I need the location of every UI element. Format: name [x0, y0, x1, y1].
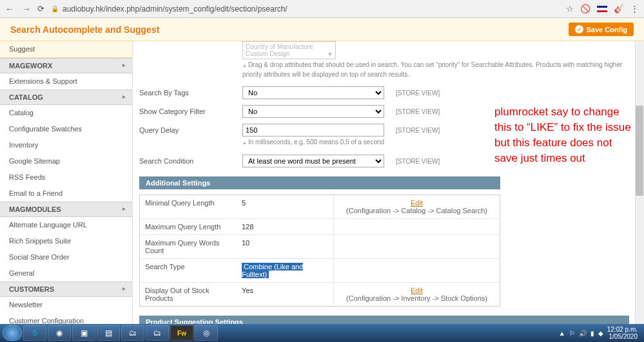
page-scrollbar[interactable] — [635, 41, 644, 324]
taskbar-fireworks-icon[interactable]: Fw — [170, 325, 193, 341]
field-label: Query Delay — [139, 126, 242, 134]
sidebar-item[interactable]: Customer Configuration — [0, 313, 132, 324]
edit-catalog-link[interactable]: Edit — [339, 199, 494, 207]
chevron-down-icon: ▼ — [327, 52, 333, 57]
clock-time: 12:02 p.m. — [607, 326, 638, 333]
save-config-button[interactable]: Save Config — [569, 23, 634, 36]
taskbar-skype-icon[interactable]: S — [23, 325, 46, 341]
clock-date: 1/05/2020 — [607, 333, 638, 340]
sidebar-item[interactable]: Google Sitemap — [0, 153, 132, 169]
search-type-value: Combine (Like and Fulltext) — [242, 263, 303, 278]
sidebar-item[interactable]: Configurable Swatches — [0, 121, 132, 137]
tray-chevron-icon[interactable]: ▲ — [559, 330, 565, 337]
windows-taskbar: S ◉ ▣ ▤ 🗂 🗂 Fw ◎ ▲ ⚐ 🔊 ▮ ◆ 12:02 p.m. 1/… — [0, 324, 644, 342]
category-filter-select[interactable]: No — [242, 105, 384, 118]
taskbar-app-icon[interactable]: ◎ — [195, 325, 218, 341]
delay-hint: In milliseconds, e.g. 500 means 0.5 of a… — [242, 137, 638, 149]
sidebar-item[interactable]: Newsletter — [0, 297, 132, 313]
sidebar-item[interactable]: Email to a Friend — [0, 185, 132, 202]
config-content: Country of Manufacture Custom Design ▼ D… — [133, 41, 644, 324]
field-label: Show Category Filter — [139, 108, 242, 115]
sidebar-group-head[interactable]: MAGMODULES — [0, 202, 132, 217]
block-icon[interactable]: 🚫 — [580, 4, 590, 14]
sidebar-item[interactable]: General — [0, 265, 132, 281]
scope-label: [STORE VIEW] — [396, 127, 440, 134]
url-text: audiobuy.hk/index.php/admin/system_confi… — [63, 5, 288, 14]
taskbar-app-icon[interactable]: ▤ — [97, 325, 120, 341]
menu-icon[interactable]: ⋮ — [630, 4, 639, 14]
star-icon[interactable]: ☆ — [566, 4, 574, 14]
guitar-icon[interactable]: 🎸 — [614, 4, 624, 14]
system-tray[interactable]: ▲ ⚐ 🔊 ▮ ◆ 12:02 p.m. 1/05/2020 — [559, 326, 641, 340]
sidebar-group-head[interactable]: MAGEWORX — [0, 58, 132, 73]
sidebar-item[interactable]: Inventory — [0, 137, 132, 153]
config-sidebar: Suggest MAGEWORXExtensions & SupportCATA… — [0, 41, 133, 324]
sidebar-group-head[interactable]: CUSTOMERS — [0, 281, 132, 297]
page-title: Search Autocomplete and Suggest — [10, 24, 159, 35]
back-icon[interactable]: ← — [5, 4, 14, 14]
tray-flag-icon[interactable]: ⚐ — [569, 330, 575, 337]
forward-icon[interactable]: → — [22, 4, 31, 14]
attributes-hint: Drag & drop attributes that should be us… — [242, 59, 638, 81]
taskbar-explorer-icon[interactable]: 🗂 — [146, 325, 169, 341]
address-bar[interactable]: 🔒 audiobuy.hk/index.php/admin/system_con… — [51, 5, 560, 14]
search-by-tags-select[interactable]: No — [242, 86, 384, 99]
reload-icon[interactable]: ⟳ — [37, 4, 44, 14]
taskbar-explorer-icon[interactable]: 🗂 — [121, 325, 144, 341]
page-header: Search Autocomplete and Suggest Save Con… — [0, 18, 644, 41]
sidebar-item[interactable]: RSS Feeds — [0, 169, 132, 185]
taskbar-app-icon[interactable]: ▣ — [72, 325, 95, 341]
scope-label: [STORE VIEW] — [396, 158, 440, 165]
taskbar-chrome-icon[interactable]: ◉ — [48, 325, 71, 341]
scope-label: [STORE VIEW] — [396, 90, 440, 97]
sidebar-item[interactable]: Suggest — [0, 41, 132, 58]
start-button[interactable] — [3, 325, 22, 341]
lock-icon: 🔒 — [51, 5, 59, 12]
tray-network-icon[interactable]: ▮ — [590, 330, 594, 337]
sidebar-group-head[interactable]: CATALOG — [0, 90, 132, 105]
tray-volume-icon[interactable]: 🔊 — [579, 330, 587, 337]
browser-chrome-bar: ← → ⟳ 🔒 audiobuy.hk/index.php/admin/syst… — [0, 0, 644, 18]
flag-icon[interactable] — [597, 6, 607, 12]
field-label: Search By Tags — [139, 89, 242, 97]
sidebar-item[interactable]: Extensions & Support — [0, 73, 132, 90]
product-suggestion-head[interactable]: Product Suggestion Settings — [139, 316, 629, 324]
attributes-dropdown[interactable]: Country of Manufacture Custom Design ▼ — [242, 41, 336, 59]
scope-label: [STORE VIEW] — [396, 108, 440, 115]
query-delay-input[interactable] — [242, 124, 384, 137]
sidebar-item[interactable]: Alternate Language URL — [0, 217, 132, 233]
additional-settings-table: Minimal Query Length5Edit(Configuration … — [139, 195, 500, 307]
sidebar-item[interactable]: Social Share Order — [0, 249, 132, 265]
additional-settings-head[interactable]: Additional Settings — [139, 176, 500, 189]
tray-icon[interactable]: ◆ — [598, 330, 603, 337]
search-condition-select[interactable]: At least one word must be present — [242, 155, 384, 167]
sidebar-item[interactable]: Catalog — [0, 105, 132, 121]
edit-inventory-link[interactable]: Edit — [411, 287, 423, 294]
field-label: Search Condition — [139, 157, 242, 165]
sidebar-item[interactable]: Rich Snippets Suite — [0, 233, 132, 249]
